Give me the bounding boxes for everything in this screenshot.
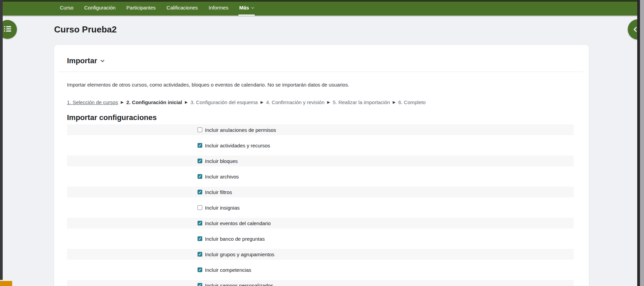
tab-label: Calificaciones <box>166 5 198 10</box>
tab-mas[interactable]: Más <box>234 2 259 16</box>
table-row: Incluir anulaciones de permisos <box>54 122 589 138</box>
import-section-toggle[interactable]: Importar <box>67 56 574 66</box>
setting-label[interactable]: Incluir campos personalizados <box>205 283 273 286</box>
tab-label: Más <box>239 5 249 10</box>
tab-label: Informes <box>209 5 228 10</box>
step-3: 3. Configuración del esquema <box>190 99 258 105</box>
table-row: Incluir campos personalizados <box>54 278 589 286</box>
course-navbar: CursoConfiguraciónParticipantesCalificac… <box>0 2 644 16</box>
table-row: Incluir banco de preguntas <box>54 231 589 246</box>
setting-band: Incluir banco de preguntas <box>67 233 574 244</box>
step-separator-icon: ▶ <box>393 99 395 105</box>
tab-label: Participantes <box>127 5 156 10</box>
tab-curso[interactable]: Curso <box>54 2 79 16</box>
tab-label: Configuración <box>84 5 116 10</box>
setting-label[interactable]: Incluir insignias <box>205 205 240 211</box>
setting-band: Incluir campos personalizados <box>67 280 574 286</box>
setting-label[interactable]: Incluir banco de preguntas <box>205 236 265 242</box>
tab-informes[interactable]: Informes <box>203 2 234 16</box>
table-row: Incluir bloques <box>54 153 589 169</box>
table-row: Incluir competencias <box>54 262 589 278</box>
import-heading: Importar <box>67 56 97 66</box>
tab-configuracion[interactable]: Configuración <box>79 2 121 16</box>
chevron-down-icon <box>251 6 254 8</box>
setting-band: Incluir archivos <box>67 171 574 182</box>
left-edge-rail <box>0 0 3 280</box>
table-row: Incluir actividades y recursos <box>54 138 589 153</box>
table-row: Incluir insignias <box>54 200 589 215</box>
step-separator-icon: ▶ <box>327 99 330 105</box>
right-edge-rail <box>637 0 640 286</box>
step-1[interactable]: 1. Selección de cursos <box>67 99 118 105</box>
setting-label[interactable]: Incluir actividades y recursos <box>205 143 270 148</box>
table-row: Incluir archivos <box>54 169 589 184</box>
nav-tabs: CursoConfiguraciónParticipantesCalificac… <box>54 2 259 16</box>
checkbox[interactable] <box>198 143 202 148</box>
section-divider <box>59 72 584 72</box>
setting-label[interactable]: Incluir archivos <box>205 174 239 180</box>
checkbox[interactable] <box>198 174 202 179</box>
checkbox[interactable] <box>198 252 202 257</box>
orange-corner-accent <box>0 281 12 286</box>
setting-band: Incluir competencias <box>67 264 574 275</box>
setting-label[interactable]: Incluir eventos del calendario <box>205 220 271 226</box>
checkbox[interactable] <box>198 190 202 194</box>
setting-label[interactable]: Incluir anulaciones de permisos <box>205 127 276 133</box>
setting-band: Incluir anulaciones de permisos <box>67 124 574 135</box>
wizard-steps-breadcrumb: 1. Selección de cursos▶2. Configuración … <box>67 99 574 105</box>
checkbox[interactable] <box>198 159 202 163</box>
setting-band: Incluir insignias <box>67 202 574 213</box>
checkbox[interactable] <box>198 236 202 241</box>
step-separator-icon: ▶ <box>185 99 187 105</box>
setting-band: Incluir filtros <box>67 187 574 197</box>
step-separator-icon: ▶ <box>121 99 123 105</box>
settings-section-heading: Importar configuraciones <box>67 113 574 122</box>
table-row: Incluir filtros <box>54 184 589 200</box>
import-card: Importar Importar elementos de otros cur… <box>54 45 589 286</box>
step-6: 6. Completo <box>398 99 426 105</box>
step-5: 5. Realizar la importación <box>333 99 390 105</box>
table-row: Incluir grupos y agrupamientos <box>54 246 589 262</box>
settings-rows: Incluir anulaciones de permisosIncluir a… <box>54 122 589 286</box>
checkbox[interactable] <box>198 127 202 132</box>
window-scroll-gutter[interactable] <box>640 0 644 286</box>
setting-label[interactable]: Incluir filtros <box>205 189 232 195</box>
step-2: 2. Configuración inicial <box>126 99 182 105</box>
active-tab-indicator <box>238 15 255 16</box>
checkbox[interactable] <box>198 205 202 210</box>
step-4: 4. Confirmación y revisión <box>266 99 325 105</box>
setting-band: Incluir grupos y agrupamientos <box>67 249 574 260</box>
setting-band: Incluir actividades y recursos <box>67 140 574 151</box>
step-separator-icon: ▶ <box>260 99 263 105</box>
page-title: Curso Prueba2 <box>54 24 117 35</box>
setting-band: Incluir eventos del calendario <box>67 218 574 229</box>
checkbox[interactable] <box>198 267 202 272</box>
setting-label[interactable]: Incluir bloques <box>205 158 238 164</box>
tab-participantes[interactable]: Participantes <box>121 2 161 16</box>
browser-top-strip <box>0 0 644 2</box>
setting-label[interactable]: Incluir competencias <box>205 267 251 273</box>
tab-calificaciones[interactable]: Calificaciones <box>161 2 203 16</box>
chevron-down-icon <box>101 58 105 62</box>
checkbox[interactable] <box>198 221 202 225</box>
setting-label[interactable]: Incluir grupos y agrupamientos <box>205 252 274 257</box>
tab-label: Curso <box>60 5 73 10</box>
list-index-icon <box>4 26 11 33</box>
table-row: Incluir eventos del calendario <box>54 215 589 231</box>
checkbox[interactable] <box>198 283 202 286</box>
setting-band: Incluir bloques <box>67 156 574 166</box>
import-description: Importar elementos de otros cursos, como… <box>67 82 574 88</box>
